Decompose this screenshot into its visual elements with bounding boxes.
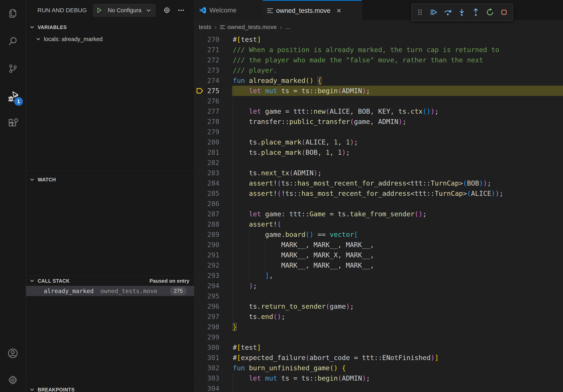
code-line[interactable]: 292 MARK__, MARK__, MARK__, [194, 260, 563, 270]
section-watch[interactable]: WATCH [26, 174, 194, 185]
line-number[interactable]: 291 [198, 250, 219, 260]
line-number[interactable]: 278 [198, 117, 219, 127]
line-number[interactable]: 302 [198, 363, 219, 373]
code-line[interactable]: 295 [194, 291, 563, 301]
line-number[interactable]: 274 [198, 75, 219, 86]
breadcrumb-folder[interactable]: tests [199, 24, 211, 30]
activity-explorer[interactable] [0, 2, 26, 26]
activity-extensions[interactable] [0, 112, 26, 135]
code-line[interactable]: 301#[expected_failure(abort_code = ttt::… [194, 353, 563, 363]
section-breakpoints[interactable]: BREAKPOINTS [26, 384, 194, 392]
close-icon[interactable]: ✕ [336, 7, 341, 14]
code-line[interactable]: 304 [194, 383, 563, 392]
activity-settings[interactable] [0, 368, 26, 392]
code-line[interactable]: 285 assert!(!ts::has_most_recent_for_add… [194, 188, 563, 198]
code-line[interactable]: 300#[test] [194, 342, 563, 353]
line-number[interactable]: 304 [198, 383, 219, 392]
code-line[interactable]: 291 MARK__, MARK_X, MARK__, [194, 250, 563, 260]
section-variables[interactable]: VARIABLES [26, 22, 194, 32]
line-number[interactable]: 285 [198, 188, 219, 198]
line-number[interactable]: 271 [198, 45, 219, 55]
line-number[interactable]: 289 [198, 229, 219, 240]
line-number[interactable]: 293 [198, 270, 219, 281]
debug-config-dropdown[interactable]: No Configura [93, 4, 155, 17]
line-number[interactable]: 288 [198, 219, 219, 229]
line-number[interactable]: 298 [198, 322, 219, 332]
line-number[interactable]: 286 [198, 198, 219, 209]
breadcrumb-symbol[interactable]: ... [285, 24, 290, 30]
line-number[interactable]: 297 [198, 312, 219, 322]
activity-run-and-debug[interactable]: 1 [0, 85, 26, 109]
code-line[interactable]: 277 let game = ttt::new(ALICE, BOB, KEY,… [194, 106, 563, 117]
continue-icon[interactable] [429, 8, 438, 17]
breadcrumb[interactable]: tests › owned_tests.move › ... [194, 21, 563, 34]
step-out-icon[interactable] [472, 8, 480, 17]
stop-icon[interactable] [500, 8, 508, 17]
line-number[interactable]: 290 [198, 240, 219, 250]
code-line[interactable]: 283 ts.next_tx(ADMIN); [194, 168, 563, 178]
code-line[interactable]: 280 ts.place_mark(ALICE, 1, 1); [194, 137, 563, 147]
line-number[interactable]: 276 [198, 96, 219, 106]
code-line[interactable]: 273/// player. [194, 65, 563, 75]
restart-icon[interactable] [486, 8, 494, 17]
line-number[interactable]: 275 [198, 86, 219, 96]
code-line[interactable]: 303 let mut ts = ts::begin(ADMIN); [194, 373, 563, 383]
code-line[interactable]: 284 assert!(ts::has_most_recent_for_addr… [194, 178, 563, 188]
code-line[interactable]: 271/// When a position is already marked… [194, 45, 563, 55]
activity-source-control[interactable] [0, 57, 26, 80]
step-into-icon[interactable] [458, 8, 466, 17]
code-line[interactable]: 278 transfer::public_transfer(game, ADMI… [194, 117, 563, 127]
drag-handle-icon[interactable] [416, 8, 424, 16]
code-line[interactable]: 279 [194, 127, 563, 137]
line-number[interactable]: 283 [198, 168, 219, 178]
code-line[interactable]: 294 ); [194, 281, 563, 291]
line-number[interactable]: 287 [198, 209, 219, 219]
activity-account[interactable] [0, 341, 26, 365]
line-number[interactable]: 282 [198, 157, 219, 168]
line-number[interactable]: 303 [198, 373, 219, 383]
code-line[interactable]: 270#[test] [194, 34, 563, 45]
code-line[interactable]: 293 ], [194, 270, 563, 281]
code-line[interactable]: 276 [194, 96, 563, 106]
section-call-stack[interactable]: CALL STACK Paused on entry [26, 276, 194, 286]
code-line[interactable]: 297 ts.end(); [194, 312, 563, 322]
code-line[interactable]: 272/// the player who made the "false" m… [194, 55, 563, 65]
debug-settings-button[interactable] [161, 0, 173, 21]
line-number[interactable]: 277 [198, 106, 219, 117]
line-number[interactable]: 270 [198, 34, 219, 45]
line-number[interactable]: 272 [198, 55, 219, 65]
breadcrumb-file[interactable]: owned_tests.move [228, 24, 277, 30]
line-number[interactable]: 299 [198, 332, 219, 342]
code-line[interactable]: 282 [194, 157, 563, 168]
line-number[interactable]: 300 [198, 342, 219, 353]
call-stack-frame[interactable]: already_marked owned_tests.move 275 [26, 286, 194, 296]
code-line[interactable]: 287 let game: ttt::Game = ts.take_from_s… [194, 209, 563, 219]
line-number[interactable]: 279 [198, 127, 219, 137]
code-line[interactable]: 296 ts.return_to_sender(game); [194, 301, 563, 312]
line-number[interactable]: 301 [198, 353, 219, 363]
line-number[interactable]: 281 [198, 147, 219, 157]
code-line[interactable]: 286 [194, 198, 563, 209]
line-number[interactable]: 292 [198, 260, 219, 270]
step-over-icon[interactable] [443, 8, 452, 17]
line-number[interactable]: 273 [198, 65, 219, 75]
line-number[interactable]: 296 [198, 301, 219, 312]
code-line[interactable]: 299 [194, 332, 563, 342]
line-number[interactable]: 294 [198, 281, 219, 291]
code-line[interactable]: 281 ts.place_mark(BOB, 1, 1); [194, 147, 563, 157]
code-line[interactable]: 275 let mut ts = ts::begin(ADMIN); [194, 86, 563, 96]
views-more-actions-button[interactable] [175, 0, 187, 21]
tab-owned-tests[interactable]: owned_tests.move ✕ [263, 0, 362, 21]
code-line[interactable]: 302fun burn_unfinished_game() { [194, 363, 563, 373]
tab-welcome[interactable]: Welcome [194, 0, 263, 21]
code-line[interactable]: 288 assert!( [194, 219, 563, 229]
line-number[interactable]: 284 [198, 178, 219, 188]
activity-search[interactable] [0, 29, 26, 53]
code-line[interactable]: 289 game.board() == vector[ [194, 229, 563, 240]
code-line[interactable]: 298} [194, 322, 563, 332]
variables-scope-locals[interactable]: locals: already_marked [26, 34, 194, 44]
line-number[interactable]: 280 [198, 137, 219, 147]
line-number[interactable]: 295 [198, 291, 219, 301]
code-line[interactable]: 290 MARK__, MARK__, MARK__, [194, 240, 563, 250]
start-debug-icon[interactable] [96, 7, 102, 14]
